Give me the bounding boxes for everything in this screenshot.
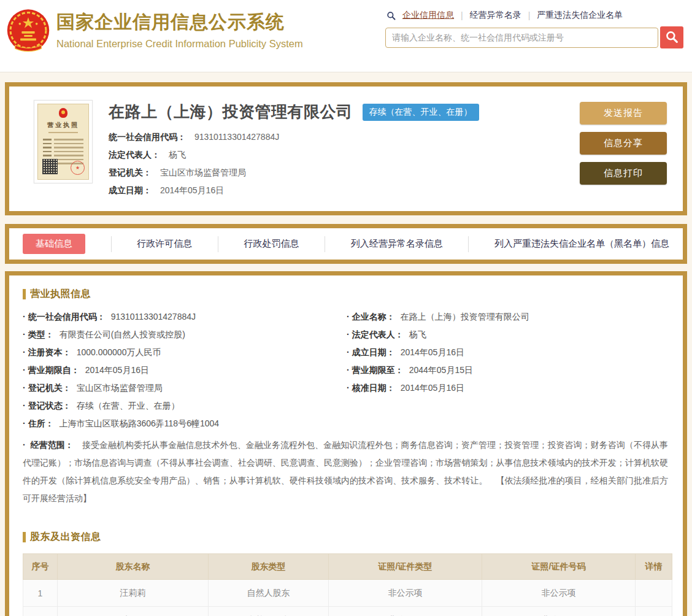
status-badge: 存续（在营、开业、在册） — [363, 104, 479, 121]
top-nav: 企业信用信息 | 经营异常名录 | 严重违法失信企业名单 — [385, 10, 683, 21]
nav-item-abnormal-operations[interactable]: 经营异常名录 — [470, 10, 521, 21]
cell-certificate-type: 非公示项 — [329, 607, 482, 616]
field-term-to: 营业期限至：2044年05月15日 — [347, 365, 671, 375]
field-legal-rep: 法定代表人：杨飞 — [347, 329, 671, 339]
license-section-title: 营业执照信息 — [23, 288, 671, 301]
cell-shareholder-name: 杨飞 — [58, 607, 209, 616]
col-header-shareholder-type: 股东类型 — [209, 554, 329, 580]
company-actions: 发送报告 信息分享 信息打印 — [580, 100, 667, 196]
search-input[interactable] — [385, 28, 658, 48]
shareholders-table: 序号 股东名称 股东类型 证照/证件类型 证照/证件号码 详情 1 汪莉莉 自然… — [23, 553, 672, 616]
shareholders-section-title: 股东及出资信息 — [23, 531, 671, 544]
cell-certificate-number: 非公示项 — [482, 580, 636, 607]
business-license-thumbnail: 营业执照 ★ — [34, 100, 93, 183]
table-row: 1 汪莉莉 自然人股东 非公示项 非公示项 — [23, 580, 672, 607]
cell-index: 2 — [23, 607, 58, 616]
qr-code — [42, 159, 58, 174]
summary-row-legal-rep: 法定代表人： 杨飞 — [109, 150, 564, 161]
license-fields-left: 统一社会信用代码：91310113301427884J 类型：有限责任公司(自然… — [23, 312, 347, 436]
license-subline — [48, 132, 78, 133]
license-emblem-icon — [59, 108, 67, 118]
site-subtitle: National Enterprise Credit Information P… — [56, 38, 303, 50]
print-info-button[interactable]: 信息打印 — [580, 162, 667, 185]
field-term-from: 营业期限自：2014年05月16日 — [23, 365, 347, 375]
tab-separator — [218, 236, 218, 252]
tab-administrative-penalty[interactable]: 行政处罚信息 — [244, 238, 299, 250]
basic-info-panel: 营业执照信息 统一社会信用代码：91310113301427884J 类型：有限… — [5, 271, 687, 616]
section-tabbar: 基础信息 行政许可信息 行政处罚信息 列入经营异常名录信息 列入严重违法失信企业… — [5, 224, 687, 264]
search-button[interactable] — [660, 26, 683, 48]
cell-details — [636, 607, 672, 616]
nav-separator: | — [461, 10, 463, 20]
header-search-area: 企业信用信息 | 经营异常名录 | 严重违法失信企业名单 — [385, 10, 683, 48]
site-header: 国家企业信用信息公示系统 National Enterprise Credit … — [0, 0, 692, 72]
field-business-scope: 经营范围： 接受金融机构委托从事金融信息技术外包、金融业务流程外包、金融知识流程… — [23, 436, 668, 507]
field-registration-status: 登记状态：存续（在营、开业、在册） — [23, 401, 347, 410]
col-header-details: 详情 — [636, 554, 672, 580]
table-header-row: 序号 股东名称 股东类型 证照/证件类型 证照/证件号码 详情 — [23, 554, 672, 580]
tab-separator — [468, 236, 469, 252]
license-fields: 统一社会信用代码：91310113301427884J 类型：有限责任公司(自然… — [23, 312, 671, 436]
company-name: 在路上（上海）投资管理有限公司 — [109, 101, 353, 123]
field-registration-authority: 登记机关：宝山区市场监督管理局 — [23, 383, 347, 393]
tab-administrative-license[interactable]: 行政许可信息 — [137, 238, 192, 250]
cell-details — [636, 580, 672, 607]
cell-shareholder-name: 汪莉莉 — [58, 580, 209, 607]
search-button-icon — [665, 30, 679, 45]
col-header-certificate-number: 证照/证件号码 — [482, 554, 636, 580]
red-seal-icon: ★ — [71, 161, 85, 175]
company-info: 在路上（上海）投资管理有限公司 存续（在营、开业、在册） 统一社会信用代码： 9… — [109, 100, 564, 196]
field-address: 住所：上海市宝山区联杨路3606弄118号6幢1004 — [23, 418, 347, 428]
company-summary-card: 营业执照 ★ 在路上（上海）投资管理有限公司 存续（在营、开业、在册） 统一社会… — [5, 82, 687, 215]
share-info-button[interactable]: 信息分享 — [580, 132, 667, 155]
site-title: 国家企业信用信息公示系统 — [56, 10, 303, 35]
tab-basic-info[interactable]: 基础信息 — [23, 234, 85, 254]
nav-item-serious-violations[interactable]: 严重违法失信企业名单 — [537, 10, 623, 21]
table-row: 2 杨飞 自然人股东 非公示项 非公示项 — [23, 607, 672, 616]
cell-shareholder-type: 自然人股东 — [209, 607, 329, 616]
cell-certificate-type: 非公示项 — [329, 580, 482, 607]
cell-index: 1 — [23, 580, 58, 607]
search-icon — [386, 11, 396, 20]
tab-separator — [325, 236, 325, 252]
tab-separator — [111, 236, 112, 252]
col-header-certificate-type: 证照/证件类型 — [329, 554, 482, 580]
field-company-type: 类型：有限责任公司(自然人投资或控股) — [23, 329, 347, 339]
national-emblem-logo-icon — [5, 7, 52, 55]
field-establish-date: 成立日期：2014年05月16日 — [347, 347, 671, 357]
section-title-bar — [23, 289, 26, 299]
summary-row-credit-code: 统一社会信用代码： 91310113301427884J — [109, 132, 564, 143]
cell-shareholder-type: 自然人股东 — [209, 580, 329, 607]
summary-row-registration-authority: 登记机关： 宝山区市场监督管理局 — [109, 167, 564, 179]
field-credit-code: 统一社会信用代码：91310113301427884J — [23, 312, 347, 321]
cell-certificate-number: 非公示项 — [482, 607, 636, 616]
searchbar — [385, 26, 683, 48]
section-title-bar — [23, 532, 26, 542]
nav-item-enterprise-credit[interactable]: 企业信用信息 — [402, 10, 454, 21]
field-company-name: 企业名称：在路上（上海）投资管理有限公司 — [347, 312, 671, 321]
license-thumb-title: 营业执照 — [47, 121, 79, 129]
license-fields-right: 企业名称：在路上（上海）投资管理有限公司 法定代表人：杨飞 成立日期：2014年… — [347, 312, 671, 436]
summary-row-establish-date: 成立日期： 2014年05月16日 — [109, 185, 564, 196]
field-registered-capital: 注册资本：1000.000000万人民币 — [23, 347, 347, 357]
col-header-shareholder-name: 股东名称 — [58, 554, 209, 580]
site-title-block: 国家企业信用信息公示系统 National Enterprise Credit … — [56, 10, 303, 50]
tab-abnormal-operations-list[interactable]: 列入经营异常名录信息 — [351, 238, 443, 250]
nav-separator: | — [528, 10, 531, 20]
field-approval-date: 核准日期：2014年05月16日 — [347, 383, 671, 393]
tab-blacklist[interactable]: 列入严重违法失信企业名单（黑名单）信息 — [494, 238, 669, 250]
col-header-index: 序号 — [23, 554, 58, 580]
business-license-page: 营业执照 ★ — [37, 104, 89, 180]
send-report-button[interactable]: 发送报告 — [580, 102, 667, 125]
